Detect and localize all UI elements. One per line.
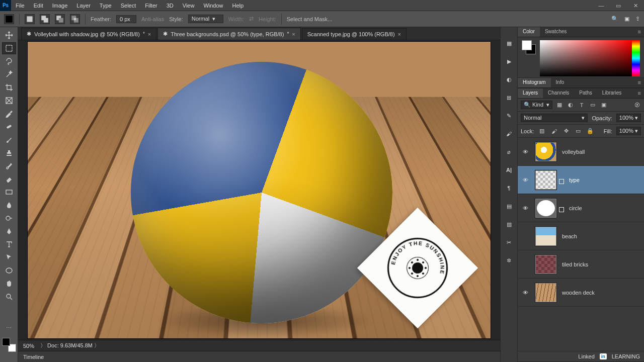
type-tool[interactable] [2,238,16,250]
blend-mode-select[interactable]: Normal▾ [521,114,588,122]
filter-pixel-icon[interactable]: ▦ [555,101,564,109]
layer-name[interactable]: volleyball [562,149,641,155]
adjustments-panel-icon[interactable]: ⊞ [504,93,514,103]
navigator-panel-icon[interactable]: ✲ [504,255,514,265]
color-swatches[interactable] [2,338,16,352]
filter-type-icon[interactable]: T [578,101,586,109]
menu-image[interactable]: Image [48,0,72,11]
lock-paint-icon[interactable]: 🖌 [550,127,558,135]
timeline-panel[interactable]: Timeline [18,351,500,362]
antialias-checkbox[interactable]: Anti-alias [141,16,164,22]
lock-transparency-icon[interactable]: ▨ [538,127,546,135]
layer-name[interactable]: wooden deck [562,290,641,296]
move-tool[interactable] [2,29,16,41]
zoom-level[interactable]: 50% [23,343,34,349]
tab-info[interactable]: Info [551,78,570,87]
character-panel-icon[interactable]: A| [504,165,514,175]
panel-menu-icon[interactable]: ≡ [635,78,644,87]
eraser-tool[interactable] [2,173,16,185]
fill-input[interactable]: 100% ▾ [616,127,641,135]
blur-tool[interactable] [2,199,16,211]
menu-3d[interactable]: 3D [162,0,178,11]
zoom-tool[interactable] [2,291,16,303]
close-tab-icon[interactable]: × [148,31,151,37]
layer-name[interactable]: tiled bricks [562,261,641,267]
tab-libraries[interactable]: Libraries [597,88,626,98]
layer-filter-kind[interactable]: 🔍 Kind ▾ [521,101,552,109]
layer-row[interactable]: 👁circle [518,194,644,222]
panel-menu-icon[interactable]: ≡ [635,88,644,98]
tab-color[interactable]: Color [518,27,540,37]
feather-input[interactable]: 0 px [116,15,136,23]
tool-presets-panel-icon[interactable]: ✂ [504,237,514,247]
layer-name[interactable]: beach [562,233,641,239]
minimize-button[interactable]: — [593,0,610,11]
style-select[interactable]: Normal ▾ [188,15,223,23]
menu-edit[interactable]: Edit [29,0,48,11]
heal-tool[interactable] [2,121,16,133]
history-panel-icon[interactable]: ▦ [504,38,514,48]
stamp-tool[interactable] [2,147,16,159]
lock-position-icon[interactable]: ✥ [562,127,570,135]
layer-thumbnail[interactable] [535,170,557,190]
filter-toggle[interactable]: ⦿ [633,101,641,109]
edit-toolbar[interactable]: ⋯ [2,322,16,334]
filter-shape-icon[interactable]: ▭ [589,101,597,109]
layer-row[interactable]: 👁tiled bricks [518,250,644,279]
lock-artboard-icon[interactable]: ▭ [574,127,582,135]
menu-help[interactable]: Help [228,0,249,11]
gradient-tool[interactable] [2,186,16,198]
layer-row[interactable]: 👁beach [518,222,644,250]
document-tab[interactable]: ✱Three backgrounds.psd @ 50% (type, RGB/… [157,28,301,40]
paragraph-panel-icon[interactable]: ¶ [504,183,514,193]
visibility-toggle[interactable]: 👁 [521,205,530,211]
brushes-panel-icon[interactable]: ✎ [504,111,514,121]
actions-panel-icon[interactable]: ▶ [504,56,514,66]
notes-panel-icon[interactable]: ▥ [504,219,514,229]
pen-tool[interactable] [2,225,16,237]
tab-layers[interactable]: Layers [518,88,543,98]
crop-tool[interactable] [2,81,16,94]
eyedropper-tool[interactable] [2,108,16,120]
marquee-tool[interactable] [2,42,16,54]
layer-row[interactable]: 👁wooden deck [518,279,644,307]
color-field[interactable] [540,40,640,76]
close-tab-icon[interactable]: × [398,31,401,37]
visibility-toggle[interactable]: 👁 [521,233,530,239]
layer-thumbnail[interactable] [535,198,557,218]
layer-comps-panel-icon[interactable]: ▤ [504,201,514,211]
menu-filter[interactable]: Filter [140,0,162,11]
tab-paths[interactable]: Paths [574,88,597,98]
hand-tool[interactable] [2,278,16,290]
layer-name[interactable]: type [569,177,641,183]
subtract-selection-icon[interactable] [55,14,65,24]
search-icon[interactable]: 🔍 [611,16,618,22]
layer-thumbnail[interactable] [535,226,557,246]
frame-icon[interactable]: ▣ [624,16,629,22]
layer-row[interactable]: 👁type [518,166,644,194]
properties-panel-icon[interactable]: ◐ [504,74,514,84]
brush-settings-panel-icon[interactable]: 🖌 [504,129,514,139]
select-and-mask-button[interactable]: Select and Mask... [287,16,333,22]
wand-tool[interactable] [2,68,16,80]
layer-thumbnail[interactable] [535,142,557,162]
path-select-tool[interactable] [2,251,16,263]
new-selection-icon[interactable] [25,14,35,24]
shape-tool[interactable] [2,264,16,277]
clone-source-panel-icon[interactable]: ⌀ [504,147,514,157]
frame-tool[interactable] [2,95,16,107]
visibility-toggle[interactable]: 👁 [521,149,530,155]
history-brush-tool[interactable] [2,160,16,172]
layer-thumbnail[interactable] [535,254,557,275]
foreground-color-swatch[interactable] [2,338,10,346]
layer-row[interactable]: 👁volleyball [518,138,644,166]
menu-layer[interactable]: Layer [72,0,95,11]
maximize-button[interactable]: ▭ [610,0,627,11]
menu-view[interactable]: View [178,0,199,11]
layer-name[interactable]: circle [569,205,641,211]
visibility-toggle[interactable]: 👁 [521,261,530,267]
visibility-toggle[interactable]: 👁 [521,177,530,183]
filter-smart-icon[interactable]: ▣ [600,101,608,109]
canvas-viewport[interactable]: www.rrcg.cn ENJOY THE SUNSHINE [18,40,500,340]
opacity-input[interactable]: 100% ▾ [616,114,641,122]
